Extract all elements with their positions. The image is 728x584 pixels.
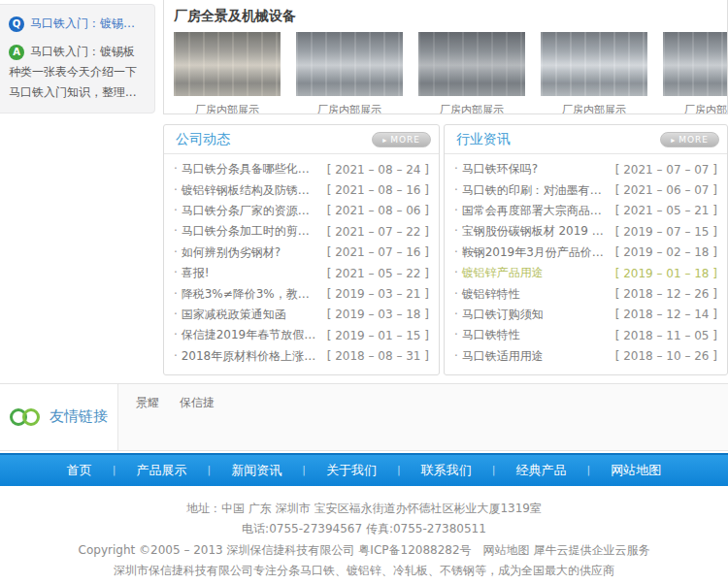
nav-item-about[interactable]: 关于我们 (306, 462, 397, 479)
factory-photo[interactable] (541, 32, 647, 96)
news-row[interactable]: 喜报![ 2021 – 05 – 22 ] (174, 263, 429, 283)
photo-caption: 厂房内部展示 (296, 103, 403, 114)
nav-item-news[interactable]: 新闻资讯 (211, 462, 302, 479)
gallery-item[interactable]: 厂房内部展示 (541, 32, 647, 114)
company-news-header: 公司动态 ▸MORE (164, 125, 439, 154)
news-date: [ 2018 – 12 – 14 ] (615, 308, 717, 321)
news-date: [ 2018 – 10 – 26 ] (615, 349, 717, 363)
news-link[interactable]: 马口铁环保吗? (454, 161, 538, 178)
news-row[interactable]: 鞍钢2019年3月份产品价格政策调整...[ 2019 – 02 – 18 ] (454, 243, 717, 263)
news-date: [ 2019 – 01 – 18 ] (615, 267, 717, 280)
news-row[interactable]: 镀铝锌钢板结构及防锈原理[ 2021 – 08 – 16 ] (174, 179, 429, 200)
news-row[interactable]: 马口铁适用用途[ 2018 – 10 – 26 ] (454, 346, 717, 367)
nav-item-products[interactable]: 产品展示 (116, 462, 208, 479)
news-date: [ 2021 – 06 – 07 ] (615, 183, 717, 197)
news-link[interactable]: 镀铝锌产品用途 (454, 265, 544, 281)
news-row[interactable]: 宝钢股份碳钢板材 2019 年 8 月份国...[ 2019 – 07 – 15… (454, 221, 717, 242)
industry-news-panel: 行业资讯 ▸MORE 马口铁环保吗?[ 2021 – 07 – 07 ] 马口铁… (444, 124, 728, 375)
qa-question-row[interactable]: Q 马口铁入门：镀锡板种类... (9, 14, 145, 34)
photo-caption: 厂房内部展示 (174, 103, 281, 114)
news-row[interactable]: 马口铁的印刷：对油墨有何特殊要求[ 2021 – 06 – 07 ] (454, 179, 717, 200)
news-row[interactable]: 保信捷2019年春节放假通知[ 2019 – 01 – 15 ] (174, 325, 429, 345)
friend-link[interactable]: 景耀 (136, 396, 159, 409)
news-section: 公司动态 ▸MORE 马口铁分条具备哪些化学特点?[ 2021 – 08 – 2… (163, 124, 728, 375)
news-link[interactable]: 马口铁订购须知 (454, 307, 544, 323)
news-link[interactable]: 国常会再度部署大宗商品保供稳价 (454, 203, 608, 219)
bottom-nav-bar: 首页 | 产品展示 | 新闻资讯 | 关于我们 | 联系我们 | 经典产品 | … (0, 453, 728, 486)
company-news-list: 马口铁分条具备哪些化学特点?[ 2021 – 08 – 24 ] 镀铝锌钢板结构… (164, 154, 439, 374)
news-row[interactable]: 马口铁订购须知[ 2018 – 12 – 14 ] (454, 305, 717, 325)
news-row[interactable]: 如何辨别伪劣钢材?[ 2021 – 07 – 16 ] (174, 243, 429, 263)
friend-links-label-block: 友情链接 (0, 384, 118, 450)
news-link[interactable]: 镀铝锌钢板结构及防锈原理 (174, 182, 319, 199)
nav-item-home[interactable]: 首页 (47, 462, 113, 479)
friend-links-title: 友情链接 (50, 407, 108, 426)
news-link[interactable]: 宝钢股份碳钢板材 2019 年 8 月份国... (454, 223, 608, 240)
photo-caption: 厂房内部展示 (418, 103, 525, 114)
news-date: [ 2018 – 12 – 26 ] (615, 287, 717, 301)
news-date: [ 2019 – 01 – 15 ] (327, 329, 429, 342)
footer-address: 地址：中国 广东 深圳市 宝安区福永街道办怀德社区彬业大厦1319室 (0, 499, 728, 520)
news-link[interactable]: 镀铝锌特性 (454, 286, 520, 303)
news-row[interactable]: 马口铁环保吗?[ 2021 – 07 – 07 ] (454, 159, 717, 179)
industry-news-more-button[interactable]: ▸MORE (660, 132, 719, 147)
gallery-item[interactable]: 厂房内部展示 (174, 32, 281, 114)
news-row[interactable]: 2018年原材料价格上涨通知！！！[ 2018 – 08 – 31 ] (174, 346, 429, 367)
news-link[interactable]: 马口铁分条具备哪些化学特点? (174, 161, 319, 178)
friend-link[interactable]: 保信捷 (180, 396, 215, 409)
news-row[interactable]: 国常会再度部署大宗商品保供稳价[ 2021 – 05 – 21 ] (454, 201, 717, 221)
news-row[interactable]: 马口铁分条加工时的剪切要求[ 2021 – 07 – 22 ] (174, 221, 429, 242)
qa-question-link[interactable]: 马口铁入门：镀锡板种类... (30, 14, 145, 34)
factory-photo[interactable] (174, 32, 281, 96)
links-rings-icon (10, 407, 43, 427)
news-row[interactable]: 国家减税政策通知函[ 2019 – 03 – 18 ] (174, 305, 429, 325)
question-icon: Q (9, 16, 24, 32)
gallery-column: 厂房全景及机械设备 厂房内部展示 厂房内部展示 厂房内部展示 (163, 0, 728, 375)
news-link[interactable]: 马口铁分条厂家的资源利用率如何? (174, 203, 319, 219)
news-date: [ 2021 – 08 – 16 ] (327, 183, 429, 197)
photo-caption: 厂房内部展示 (541, 103, 647, 114)
company-news-more-button[interactable]: ▸MORE (372, 132, 431, 147)
news-row[interactable]: 马口铁特性[ 2018 – 11 – 05 ] (454, 325, 717, 345)
news-date: [ 2021 – 05 – 21 ] (615, 204, 717, 217)
news-date: [ 2018 – 08 – 31 ] (327, 349, 429, 363)
factory-photo[interactable] (663, 32, 728, 96)
news-link[interactable]: 保信捷2019年春节放假通知 (174, 327, 319, 343)
gallery-item[interactable]: 厂房内部展示 (663, 32, 728, 114)
qa-card: Q 马口铁入门：镀锡板种类... A马口铁入门：镀锡板种类一张表今天介绍一下马口… (0, 4, 155, 114)
friend-links-section: 友情链接 景耀 保信捷 (0, 383, 728, 451)
industry-news-header: 行业资讯 ▸MORE (445, 125, 727, 154)
factory-photo[interactable] (296, 32, 403, 96)
news-link[interactable]: 马口铁的印刷：对油墨有何特殊要求 (454, 182, 608, 199)
news-link[interactable]: 如何辨别伪劣钢材? (174, 244, 281, 261)
news-row-highlighted[interactable]: 镀铝锌产品用途[ 2019 – 01 – 18 ] (454, 263, 717, 283)
nav-item-classic-products[interactable]: 经典产品 (495, 462, 586, 479)
more-arrow-icon: ▸ (671, 136, 676, 145)
answer-icon: A (9, 45, 24, 60)
factory-photo[interactable] (418, 32, 525, 96)
news-link[interactable]: 马口铁分条加工时的剪切要求 (174, 223, 319, 240)
more-arrow-icon: ▸ (382, 136, 387, 145)
news-date: [ 2021 – 05 – 22 ] (327, 267, 429, 280)
news-link[interactable]: 2018年原材料价格上涨通知！！！ (174, 348, 319, 365)
news-link[interactable]: 喜报! (174, 265, 209, 281)
gallery-item[interactable]: 厂房内部展示 (296, 32, 403, 114)
news-date: [ 2021 – 07 – 16 ] (327, 245, 429, 259)
nav-item-contact[interactable]: 联系我们 (401, 462, 492, 479)
gallery-panel: 厂房全景及机械设备 厂房内部展示 厂房内部展示 厂房内部展示 (163, 0, 728, 114)
news-row[interactable]: 镀铝锌特性[ 2018 – 12 – 26 ] (454, 283, 717, 304)
footer: 地址：中国 广东 深圳市 宝安区福永街道办怀德社区彬业大厦1319室 电话:07… (0, 486, 728, 582)
news-link[interactable]: 马口铁适用用途 (454, 348, 544, 365)
gallery-item[interactable]: 厂房内部展示 (418, 32, 525, 114)
news-link[interactable]: 国家减税政策通知函 (174, 307, 286, 323)
page: Q 马口铁入门：镀锡板种类... A马口铁入门：镀锡板种类一张表今天介绍一下马口… (0, 0, 728, 584)
news-link[interactable]: 鞍钢2019年3月份产品价格政策调整... (454, 244, 608, 261)
news-row[interactable]: 降税3%≠降价3%，教你算给客户看[ 2019 – 03 – 21 ] (174, 283, 429, 304)
footer-copyright: Copyright ©2005 – 2013 深圳保信捷科技有限公司 粤ICP备… (0, 540, 728, 562)
news-date: [ 2019 – 07 – 15 ] (615, 225, 717, 239)
news-row[interactable]: 马口铁分条具备哪些化学特点?[ 2021 – 08 – 24 ] (174, 159, 429, 179)
news-link[interactable]: 降税3%≠降价3%，教你算给客户看 (174, 286, 319, 303)
news-row[interactable]: 马口铁分条厂家的资源利用率如何?[ 2021 – 08 – 06 ] (174, 201, 429, 221)
nav-item-sitemap[interactable]: 网站地图 (590, 462, 681, 479)
news-link[interactable]: 马口铁特性 (454, 327, 520, 343)
